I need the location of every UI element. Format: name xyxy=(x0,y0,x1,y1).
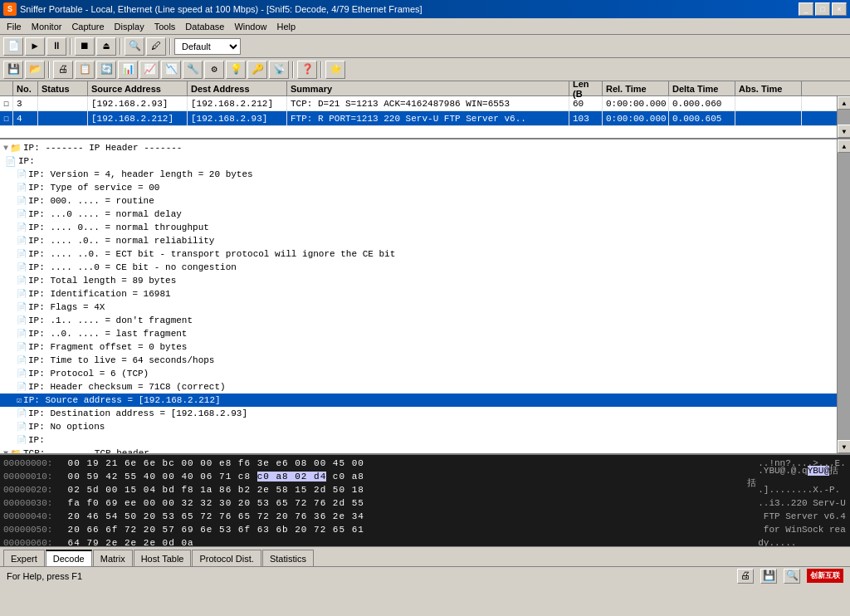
close-button[interactable]: × xyxy=(832,2,847,16)
doc-icon: 📄 xyxy=(17,369,27,379)
expand-icon[interactable]: ▼ xyxy=(3,144,8,153)
tb2-btn5[interactable]: 🔄 xyxy=(96,61,116,79)
tab-matrix[interactable]: Matrix xyxy=(93,550,133,566)
decode-scroll-track[interactable] xyxy=(838,153,850,440)
expand-icon[interactable]: ▼ xyxy=(3,449,8,456)
tb-open-button[interactable]: ▶ xyxy=(25,37,45,56)
row-summary: TCP: D=21 S=1213 ACK=4162487986 WIN=6553 xyxy=(287,96,569,110)
decode-row: 📄 IP: ...0 .... = normal delay xyxy=(0,208,837,221)
tb-search-button[interactable]: 🔍 xyxy=(125,37,144,56)
tab-host-table[interactable]: Host Table xyxy=(134,550,192,566)
menu-database[interactable]: Database xyxy=(180,20,229,33)
header-delta: Delta Time xyxy=(669,81,735,95)
tb2-btn2[interactable]: 📂 xyxy=(25,61,45,79)
tb2-btn15[interactable]: ⭐ xyxy=(325,61,345,79)
title-bar: S Sniffer Portable - Local, Ethernet (Li… xyxy=(0,0,850,18)
checkbox-icon: ☑ xyxy=(17,395,22,405)
header-len: Len (B xyxy=(569,81,603,95)
tb2-btn4[interactable]: 📋 xyxy=(75,61,95,79)
packet-table-scrollbar[interactable]: ▲ ▼ xyxy=(837,96,850,138)
tb2-btn10[interactable]: ⚙ xyxy=(204,61,224,79)
menu-display[interactable]: Display xyxy=(110,20,149,33)
decode-scroll-up[interactable]: ▲ xyxy=(838,139,850,153)
tb2-btn13[interactable]: 📡 xyxy=(269,61,289,79)
row-checkbox[interactable]: ☐ xyxy=(0,111,13,125)
header-dst: Dest Address xyxy=(188,81,287,95)
hex-bytes: 00 19 21 6e 6e bc 00 00 e8 f6 3e e6 08 0… xyxy=(61,458,747,468)
tb2-btn11[interactable]: 💡 xyxy=(226,61,246,79)
hex-ascii: dy..... xyxy=(747,538,847,546)
tb-eject-button[interactable]: ⏏ xyxy=(96,37,116,56)
menu-tools[interactable]: Tools xyxy=(149,20,181,33)
doc-icon: 📄 xyxy=(17,222,27,232)
tab-statistics[interactable]: Statistics xyxy=(262,550,314,566)
display-filter-select[interactable]: Default xyxy=(174,38,241,55)
decode-row: 📄 IP: .... ...0 = CE bit - no congestion xyxy=(0,261,837,274)
decode-text: IP: .... ..0. = ECT bit - transport prot… xyxy=(28,249,395,259)
header-abs: Abs. Time xyxy=(735,81,802,95)
tab-protocol-dist[interactable]: Protocol Dist. xyxy=(192,550,261,566)
packet-row[interactable]: ☐ 4 [192.168.2.212] [192.168.2.93] FTP: … xyxy=(0,111,837,126)
tb2-btn12[interactable]: 🔑 xyxy=(247,61,267,79)
menu-monitor[interactable]: Monitor xyxy=(27,20,67,33)
decode-scrollbar[interactable]: ▲ ▼ xyxy=(837,139,850,453)
decode-row-source-address[interactable]: ☑ IP: Source address = [192.168.2.212] xyxy=(0,394,837,407)
status-icon-2[interactable]: 💾 xyxy=(760,569,777,584)
tb-pause-button[interactable]: ⏸ xyxy=(46,37,66,56)
header-check xyxy=(0,81,13,95)
hex-row: 00000060: 64 79 2e 2e 2e 0d 0a dy..... xyxy=(3,536,847,546)
doc-icon: 📄 xyxy=(17,355,27,365)
maximize-button[interactable]: □ xyxy=(815,2,830,16)
doc-icon: 📄 xyxy=(5,156,17,167)
tb-filter-button[interactable]: 🖊 xyxy=(146,37,166,56)
folder-icon: 📁 xyxy=(10,143,22,154)
decode-text: IP: Protocol = 6 (TCP) xyxy=(28,369,149,379)
doc-icon: 📄 xyxy=(17,289,27,299)
menu-file[interactable]: File xyxy=(2,20,27,33)
tb2-btn8[interactable]: 📉 xyxy=(161,61,181,79)
minimize-button[interactable]: _ xyxy=(799,2,813,16)
tb2-btn14[interactable]: ❓ xyxy=(297,61,317,79)
tb2-btn7[interactable]: 📈 xyxy=(139,61,159,79)
doc-icon: 📄 xyxy=(17,315,27,325)
packet-table-area: No. Status Source Address Dest Address S… xyxy=(0,81,850,139)
tb-new-button[interactable]: 📄 xyxy=(3,37,23,56)
tb2-btn6[interactable]: 📊 xyxy=(118,61,138,79)
decode-text: IP: 000. .... = routine xyxy=(28,196,154,206)
decode-area: ▼ 📁 IP: ------- IP Header ------- 📄 IP: … xyxy=(0,139,850,455)
decode-text: IP: Fragment offset = 0 bytes xyxy=(28,342,187,352)
menu-window[interactable]: Window xyxy=(229,20,271,33)
status-text: For Help, press F1 xyxy=(7,571,82,581)
header-rel: Rel. Time xyxy=(603,81,669,95)
hex-area: 00000000: 00 19 21 6e 6e bc 00 00 e8 f6 … xyxy=(0,455,850,546)
decode-text: IP: Type of service = 00 xyxy=(28,183,159,193)
hex-ascii: for WinSock rea xyxy=(747,525,847,535)
decode-text: IP: Flags = 4X xyxy=(28,302,105,312)
tab-bar: Expert Decode Matrix Host Table Protocol… xyxy=(0,546,850,566)
scroll-up-arrow[interactable]: ▲ xyxy=(838,96,850,110)
packet-row[interactable]: ☐ 3 [192.168.2.93] [192.168.2.212] TCP: … xyxy=(0,96,837,111)
hex-ascii: ..i3..220 Serv-U xyxy=(747,498,847,508)
status-icon-1[interactable]: 🖨 xyxy=(737,569,754,584)
tab-decode[interactable]: Decode xyxy=(46,550,92,566)
decode-content: ▼ 📁 IP: ------- IP Header ------- 📄 IP: … xyxy=(0,139,837,453)
hex-offset: 00000040: xyxy=(3,511,61,521)
row-delta: 0.000.060 xyxy=(669,96,735,110)
menu-capture[interactable]: Capture xyxy=(66,20,109,33)
hex-row: 00000020: 02 5d 00 15 04 bd f8 1a 86 b2 … xyxy=(3,483,847,496)
decode-scroll-down[interactable]: ▼ xyxy=(838,440,850,453)
scroll-track[interactable] xyxy=(838,110,850,125)
tab-expert[interactable]: Expert xyxy=(3,550,45,566)
tb2-btn9[interactable]: 🔧 xyxy=(183,61,203,79)
row-dst: [192.168.2.93] xyxy=(188,111,287,125)
tb-stop-button[interactable]: ⏹ xyxy=(75,37,95,56)
decode-text: IP: Time to live = 64 seconds/hops xyxy=(28,355,214,365)
status-icon-3[interactable]: 🔍 xyxy=(784,569,800,584)
row-checkbox[interactable]: ☐ xyxy=(0,96,13,110)
title-text: Sniffer Portable - Local, Ethernet (Line… xyxy=(20,4,423,14)
scroll-down-arrow[interactable]: ▼ xyxy=(838,125,850,138)
window-controls: _ □ × xyxy=(799,2,847,16)
menu-help[interactable]: Help xyxy=(272,20,301,33)
tb2-btn1[interactable]: 💾 xyxy=(3,61,23,79)
tb2-btn3[interactable]: 🖨 xyxy=(53,61,73,79)
